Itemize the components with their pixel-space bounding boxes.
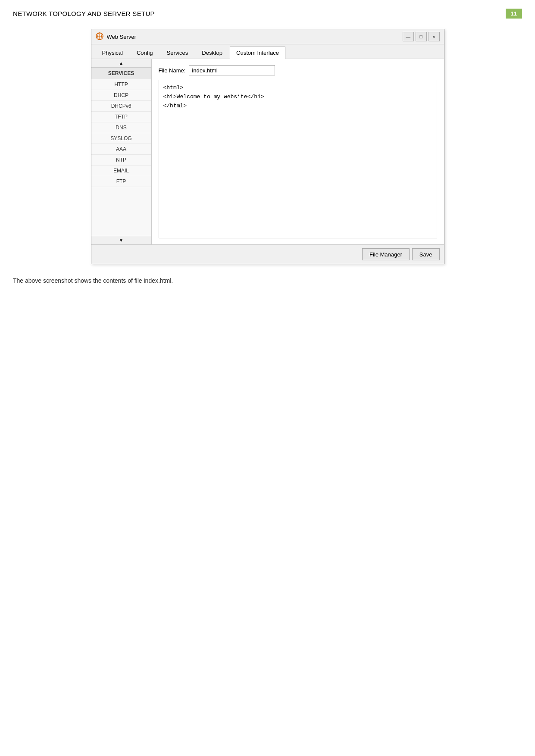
tab-services[interactable]: Services — [160, 47, 195, 59]
tab-desktop[interactable]: Desktop — [195, 47, 229, 59]
sidebar-item-dhcp[interactable]: DHCP — [91, 90, 151, 101]
services-sidebar: ▲ SERVICES HTTP DHCP DHCPv6 TFTP DNS SYS… — [91, 59, 152, 244]
tab-config[interactable]: Config — [130, 47, 160, 59]
sidebar-item-ntp[interactable]: NTP — [91, 155, 151, 166]
sidebar-item-email[interactable]: EMAIL — [91, 166, 151, 176]
code-editor[interactable]: <html> <h1>Welcome to my website</h1> </… — [159, 80, 437, 238]
window-title-left: Web Server — [96, 32, 136, 41]
file-name-label: File Name: — [159, 67, 186, 74]
sidebar-header: SERVICES — [91, 68, 151, 79]
sidebar-item-tftp[interactable]: TFTP — [91, 112, 151, 122]
save-button[interactable]: Save — [412, 248, 440, 260]
file-name-input[interactable] — [189, 65, 275, 75]
sidebar-item-syslog[interactable]: SYSLOG — [91, 133, 151, 144]
sidebar-scroll-up[interactable]: ▲ — [91, 59, 151, 68]
sidebar-item-dns[interactable]: DNS — [91, 122, 151, 133]
sidebar-item-aaa[interactable]: AAA — [91, 144, 151, 155]
file-name-row: File Name: — [159, 65, 437, 75]
minimize-button[interactable]: — — [403, 32, 414, 41]
caption: The above screenshot shows the contents … — [13, 277, 522, 284]
sidebar-item-dhcpv6[interactable]: DHCPv6 — [91, 101, 151, 112]
sidebar-list: SERVICES HTTP DHCP DHCPv6 TFTP DNS SYSLO… — [91, 68, 151, 244]
tab-custom-interface[interactable]: Custom Interface — [230, 47, 285, 59]
page-title: NETWORK TOPOLOGY AND SERVER SETUP — [13, 10, 155, 17]
close-button[interactable]: × — [429, 32, 440, 41]
window-controls: — □ × — [403, 32, 440, 41]
tabs-row: Physical Config Services Desktop Custom … — [91, 44, 444, 59]
file-manager-button[interactable]: File Manager — [362, 248, 410, 260]
sidebar-scroll-down[interactable]: ▼ — [91, 236, 151, 244]
maximize-button[interactable]: □ — [416, 32, 427, 41]
tab-physical[interactable]: Physical — [96, 47, 129, 59]
window-titlebar: Web Server — □ × — [91, 29, 444, 44]
window-footer: File Manager Save — [91, 244, 444, 264]
window-title-text: Web Server — [107, 34, 136, 40]
sidebar-item-ftp[interactable]: FTP — [91, 176, 151, 187]
right-panel: File Name: <html> <h1>Welcome to my webs… — [152, 59, 444, 244]
chevron-down-icon: ▼ — [119, 238, 123, 243]
window-app-icon — [96, 32, 103, 41]
web-server-window: Web Server — □ × Physical Config Service… — [91, 29, 444, 264]
sidebar-item-http[interactable]: HTTP — [91, 79, 151, 90]
chevron-up-icon: ▲ — [119, 61, 123, 66]
page-number: 11 — [506, 9, 522, 19]
page-header: NETWORK TOPOLOGY AND SERVER SETUP 11 — [13, 9, 522, 19]
window-body: ▲ SERVICES HTTP DHCP DHCPv6 TFTP DNS SYS… — [91, 59, 444, 244]
